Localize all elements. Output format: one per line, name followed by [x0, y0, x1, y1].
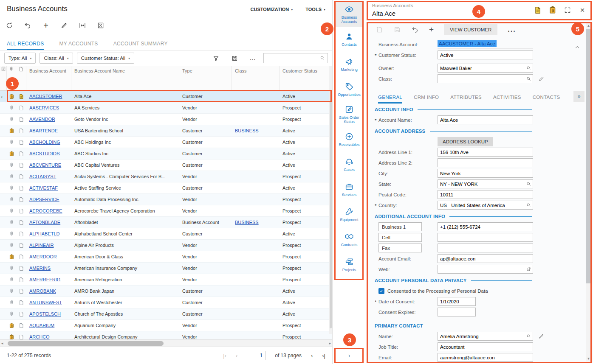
document-icon[interactable]: [16, 162, 26, 168]
fit-width-icon[interactable]: [78, 21, 87, 30]
save-view-icon[interactable]: [231, 55, 238, 62]
document-icon[interactable]: [16, 105, 26, 111]
paperclip-icon[interactable]: [7, 300, 16, 306]
address-lookup-button[interactable]: ADDRESS LOOKUP: [438, 137, 493, 146]
column-header-business-account[interactable]: Business Account: [26, 66, 71, 90]
close-icon[interactable]: ×: [578, 6, 587, 15]
undo-icon[interactable]: [23, 21, 32, 30]
owner-input[interactable]: [438, 64, 533, 73]
doc-column-header[interactable]: [16, 66, 26, 90]
column-header-customer-status[interactable]: Customer Status: [280, 66, 329, 90]
sidebar-item-contracts[interactable]: Contracts: [335, 227, 364, 252]
document-icon[interactable]: [16, 322, 26, 329]
prev-page-icon[interactable]: ‹: [236, 353, 237, 359]
next-page-icon[interactable]: ›: [311, 353, 313, 359]
paperclip-icon[interactable]: [7, 231, 16, 237]
account-id-link[interactable]: AEROCOREBE: [29, 208, 62, 213]
tab-contacts[interactable]: CONTACTS: [533, 95, 560, 104]
table-row[interactable]: ANTUNSWESTAntun's of WestchesterCustomer…: [0, 297, 332, 308]
customer-status-input[interactable]: [438, 50, 533, 59]
save-and-close-icon[interactable]: [376, 26, 383, 34]
table-row[interactable]: ALPHABETLDAlphabetland School CenterCust…: [0, 228, 332, 240]
scroll-right-arrow-icon[interactable]: ▸: [329, 341, 331, 346]
table-row[interactable]: AEROCOREBEAerocorebe Travel Agency Corpo…: [0, 205, 332, 217]
country-input[interactable]: [438, 201, 533, 210]
column-header-name[interactable]: Business Account Name: [71, 66, 179, 90]
consent-expires-input[interactable]: [438, 308, 476, 316]
table-row[interactable]: AMROBANKAMRO Bank JapanCustomerActive: [0, 286, 332, 297]
account-name-input[interactable]: [438, 115, 533, 124]
account-id-link[interactable]: ADPSERVICE: [29, 197, 59, 202]
more-tabs-icon[interactable]: »: [573, 91, 585, 102]
scrollbar-thumb[interactable]: [8, 341, 164, 346]
paperclip-icon[interactable]: [7, 277, 16, 283]
sidebar-item-sales-order-status[interactable]: Sales Order Status: [335, 102, 364, 127]
phone-type-select[interactable]: Fax: [378, 244, 422, 252]
search-input[interactable]: [266, 55, 319, 61]
filter-customer-status[interactable]: Customer Status: All▾: [77, 53, 134, 64]
document-icon[interactable]: [16, 139, 26, 146]
column-header-type[interactable]: Type: [179, 66, 232, 90]
phone-type-select[interactable]: Business 1: [378, 222, 422, 231]
sidebar-item-services[interactable]: Services: [335, 177, 364, 202]
business-account-value[interactable]: AACUSTOMER - Alta Ace: [438, 40, 497, 47]
edit-icon[interactable]: [60, 21, 68, 30]
tab-attributes[interactable]: ATTRIBUTES: [450, 95, 482, 104]
paperclip-icon[interactable]: [7, 174, 16, 180]
attachment-paperclip-icon[interactable]: [7, 254, 16, 260]
lookup-icon[interactable]: [526, 202, 531, 208]
notes-document-icon[interactable]: [16, 93, 26, 100]
account-id-link[interactable]: AMERREFRIG: [29, 277, 60, 282]
edit-pencil-icon[interactable]: [538, 333, 545, 339]
side-panel-expand-button[interactable]: ›: [335, 349, 364, 362]
account-id-link[interactable]: ARCHCO: [29, 334, 50, 339]
paperclip-icon[interactable]: [7, 185, 16, 191]
paperclip-icon[interactable]: [7, 242, 16, 249]
lookup-icon[interactable]: [526, 65, 531, 71]
scroll-left-arrow-icon[interactable]: ◂: [1, 341, 3, 346]
tab-general[interactable]: GENERAL: [378, 95, 402, 104]
lookup-icon[interactable]: [526, 333, 531, 339]
document-icon[interactable]: [16, 151, 26, 157]
attachments-paperclip-icon[interactable]: [548, 6, 557, 15]
table-row[interactable]: AMERDOORAmerican Door & GlassVendorProsp…: [0, 251, 332, 263]
lookup-icon[interactable]: [526, 181, 531, 187]
attachment-paperclip-icon[interactable]: [7, 128, 16, 134]
date-of-consent-input[interactable]: [438, 297, 476, 306]
document-icon[interactable]: [16, 311, 26, 317]
document-icon[interactable]: [16, 208, 26, 214]
document-icon[interactable]: [16, 300, 26, 306]
undo-icon[interactable]: [411, 26, 419, 34]
class-link[interactable]: BUSINESS: [235, 128, 259, 133]
paperclip-icon[interactable]: [7, 219, 16, 226]
account-id-link[interactable]: AACUSTOMER: [29, 94, 62, 99]
account-id-link[interactable]: APOSTELSCH: [29, 311, 61, 316]
state-input[interactable]: [438, 179, 533, 188]
paperclip-icon[interactable]: [7, 162, 16, 168]
table-row[interactable]: ABARTENDEUSA Bartending SchoolCustomerBU…: [0, 125, 332, 137]
document-icon[interactable]: [16, 288, 26, 294]
class-link[interactable]: BUSINESS: [235, 220, 259, 225]
account-id-link[interactable]: AMERINS: [29, 266, 51, 271]
contact-email-input[interactable]: [438, 353, 533, 362]
scroll-down-arrow-icon[interactable]: ▼: [586, 357, 591, 361]
lookup-icon[interactable]: [526, 76, 531, 81]
account-id-link[interactable]: AMERDOOR: [29, 254, 57, 259]
account-id-link[interactable]: ABCVENTURE: [29, 162, 61, 168]
tab-account-summary[interactable]: ACCOUNT SUMMARY: [113, 37, 168, 50]
tab-activities[interactable]: ACTIVITIES: [493, 95, 521, 104]
document-icon[interactable]: [16, 265, 26, 272]
grid-horizontal-scrollbar[interactable]: ◂ ▸: [0, 339, 332, 347]
class-input[interactable]: [438, 74, 533, 83]
panel-vertical-scrollbar[interactable]: ▲ ▼: [586, 23, 591, 361]
scrollbar-thumb[interactable]: [586, 29, 591, 283]
table-row[interactable]: ACTIVESTAFActive Staffing ServiceCustome…: [0, 182, 332, 194]
account-id-link[interactable]: AFTONBLADE: [29, 220, 60, 225]
sidebar-item-business-accounts[interactable]: Business Accounts: [335, 2, 364, 27]
account-id-link[interactable]: ABCSTUDIOS: [29, 151, 60, 156]
more-actions-icon[interactable]: ...: [508, 26, 516, 34]
export-excel-icon[interactable]: [96, 21, 105, 30]
table-row[interactable]: ALPINEAIRAlpine Air ProductsVendorProspe…: [0, 240, 332, 251]
account-id-link[interactable]: ABARTENDE: [29, 128, 58, 133]
table-row[interactable]: AASERVICESAA ServicesVendorProspect: [0, 102, 332, 114]
